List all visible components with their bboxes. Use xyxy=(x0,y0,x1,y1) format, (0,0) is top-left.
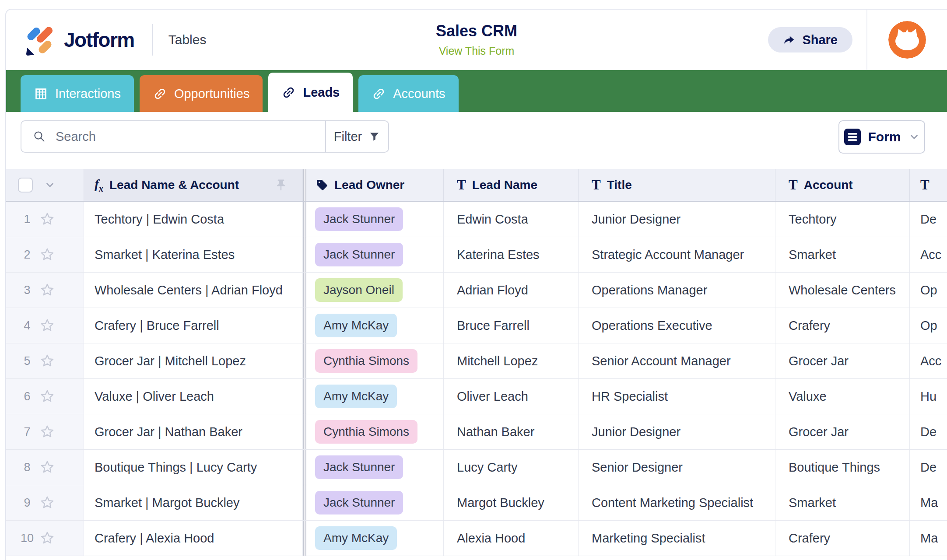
cell-clipped[interactable]: De xyxy=(910,414,947,449)
pinned-column-divider[interactable] xyxy=(303,379,306,414)
star-icon[interactable] xyxy=(39,424,55,440)
star-icon[interactable] xyxy=(39,495,55,511)
cell-lead-owner[interactable]: Amy McKay xyxy=(306,308,444,343)
cell-lead-owner[interactable]: Cynthia Simons xyxy=(306,343,444,378)
cell-account[interactable]: Grocer Jar xyxy=(775,343,910,378)
cell-account[interactable]: Smarket xyxy=(775,485,910,520)
pinned-column-divider[interactable] xyxy=(303,273,306,308)
pinned-column-divider[interactable] xyxy=(303,202,306,237)
cell-lead-owner[interactable]: Amy McKay xyxy=(306,379,444,414)
avatar[interactable] xyxy=(888,21,926,59)
cell-lead-owner[interactable]: Jack Stunner xyxy=(306,202,444,237)
cell-clipped[interactable]: Hu xyxy=(910,379,947,414)
cell-title[interactable]: Content Marketing Specialist xyxy=(579,485,775,520)
cell-lead-name-account[interactable]: Crafery | Alexia Hood xyxy=(84,521,303,556)
search-input[interactable] xyxy=(55,129,325,144)
cell-title[interactable]: Operations Manager xyxy=(579,273,775,308)
cell-lead-owner[interactable]: Jack Stunner xyxy=(306,450,444,485)
cell-lead-name-account[interactable]: Valuxe | Oliver Leach xyxy=(84,379,303,414)
share-button[interactable]: Share xyxy=(768,27,852,52)
star-icon[interactable] xyxy=(39,530,55,546)
cell-lead-name-account[interactable]: Boutique Things | Lucy Carty xyxy=(84,450,303,485)
cell-lead-name-account[interactable]: Grocer Jar | Nathan Baker xyxy=(84,414,303,449)
column-header-lead-owner[interactable]: Lead Owner xyxy=(306,169,444,201)
cell-account[interactable]: Crafery xyxy=(775,521,910,556)
pinned-column-divider[interactable] xyxy=(303,450,306,485)
star-icon[interactable] xyxy=(39,247,55,262)
pin-icon[interactable] xyxy=(274,178,288,192)
column-header-lead-name[interactable]: T Lead Name xyxy=(444,169,579,201)
star-icon[interactable] xyxy=(39,459,55,475)
cell-lead-name[interactable]: Margot Buckley xyxy=(444,485,579,520)
cell-lead-owner[interactable]: Jayson Oneil xyxy=(306,273,444,308)
cell-account[interactable]: Smarket xyxy=(775,237,910,272)
cell-lead-name[interactable]: Adrian Floyd xyxy=(444,273,579,308)
cell-lead-owner[interactable]: Jack Stunner xyxy=(306,237,444,272)
pinned-column-divider[interactable] xyxy=(303,414,306,449)
pinned-column-divider[interactable] xyxy=(303,521,306,556)
cell-lead-name[interactable]: Nathan Baker xyxy=(444,414,579,449)
cell-title[interactable]: Junior Designer xyxy=(579,202,775,237)
pinned-column-divider[interactable] xyxy=(303,237,306,272)
cell-lead-name[interactable]: Alexia Hood xyxy=(444,521,579,556)
cell-clipped[interactable]: Acc xyxy=(910,343,947,378)
cell-lead-owner[interactable]: Jack Stunner xyxy=(306,485,444,520)
chevron-down-icon[interactable] xyxy=(44,179,56,191)
cell-lead-name-account[interactable]: Wholesale Centers | Adrian Floyd xyxy=(84,273,303,308)
cell-title[interactable]: Senior Account Manager xyxy=(579,343,775,378)
pinned-column-divider[interactable] xyxy=(303,485,306,520)
cell-title[interactable]: HR Specialist xyxy=(579,379,775,414)
column-header-title[interactable]: T Title xyxy=(579,169,775,201)
form-view-button[interactable]: Form xyxy=(838,120,925,154)
cell-account[interactable]: Wholesale Centers xyxy=(775,273,910,308)
pinned-column-divider[interactable] xyxy=(303,308,306,343)
cell-lead-owner[interactable]: Cynthia Simons xyxy=(306,414,444,449)
cell-lead-name[interactable]: Bruce Farrell xyxy=(444,308,579,343)
select-all-checkbox[interactable] xyxy=(18,178,33,192)
tab-opportunities[interactable]: Opportunities xyxy=(140,75,263,112)
cell-account[interactable]: Grocer Jar xyxy=(775,414,910,449)
cell-clipped[interactable]: De xyxy=(910,202,947,237)
column-header-lead-name-account[interactable]: fx Lead Name & Account xyxy=(84,169,303,201)
pinned-column-divider[interactable] xyxy=(303,169,306,201)
cell-lead-name[interactable]: Katerina Estes xyxy=(444,237,579,272)
cell-account[interactable]: Boutique Things xyxy=(775,450,910,485)
view-this-form-link[interactable]: View This Form xyxy=(436,45,517,57)
cell-title[interactable]: Junior Designer xyxy=(579,414,775,449)
cell-clipped[interactable]: Ma xyxy=(910,521,947,556)
cell-title[interactable]: Senior Designer xyxy=(579,450,775,485)
column-header-clipped[interactable]: T xyxy=(910,169,947,201)
star-icon[interactable] xyxy=(39,211,55,227)
tab-interactions[interactable]: Interactions xyxy=(21,75,134,112)
cell-lead-name-account[interactable]: Smarket | Margot Buckley xyxy=(84,485,303,520)
cell-lead-owner[interactable]: Amy McKay xyxy=(306,521,444,556)
cell-lead-name[interactable]: Lucy Carty xyxy=(444,450,579,485)
cell-lead-name[interactable]: Edwin Costa xyxy=(444,202,579,237)
cell-lead-name-account[interactable]: Techtory | Edwin Costa xyxy=(84,202,303,237)
cell-clipped[interactable]: De xyxy=(910,450,947,485)
cell-clipped[interactable]: Ma xyxy=(910,485,947,520)
pinned-column-divider[interactable] xyxy=(303,343,306,378)
cell-lead-name[interactable]: Oliver Leach xyxy=(444,379,579,414)
column-header-account[interactable]: T Account xyxy=(775,169,910,201)
cell-lead-name[interactable]: Mitchell Lopez xyxy=(444,343,579,378)
star-icon[interactable] xyxy=(39,282,55,298)
tab-leads[interactable]: Leads xyxy=(268,73,353,112)
cell-title[interactable]: Marketing Specialist xyxy=(579,521,775,556)
tab-accounts[interactable]: Accounts xyxy=(358,75,458,112)
star-icon[interactable] xyxy=(39,318,55,333)
cell-clipped[interactable]: Op xyxy=(910,308,947,343)
cell-lead-name-account[interactable]: Smarket | Katerina Estes xyxy=(84,237,303,272)
filter-button[interactable]: Filter xyxy=(326,121,388,152)
cell-account[interactable]: Crafery xyxy=(775,308,910,343)
star-icon[interactable] xyxy=(39,353,55,369)
star-icon[interactable] xyxy=(39,388,55,404)
cell-account[interactable]: Valuxe xyxy=(775,379,910,414)
cell-title[interactable]: Strategic Account Manager xyxy=(579,237,775,272)
cell-lead-name-account[interactable]: Crafery | Bruce Farrell xyxy=(84,308,303,343)
cell-title[interactable]: Operations Executive xyxy=(579,308,775,343)
cell-lead-name-account[interactable]: Grocer Jar | Mitchell Lopez xyxy=(84,343,303,378)
cell-account[interactable]: Techtory xyxy=(775,202,910,237)
cell-clipped[interactable]: Op xyxy=(910,273,947,308)
cell-clipped[interactable]: Acc xyxy=(910,237,947,272)
